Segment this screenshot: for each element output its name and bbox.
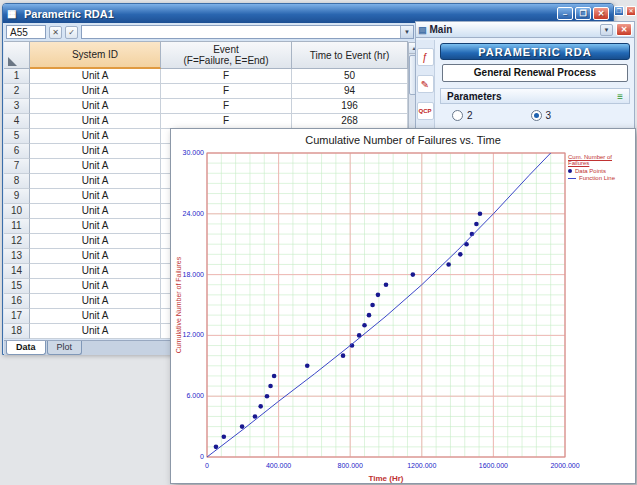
panel-header-main[interactable]: ▤ Main ▼ ✕ — [416, 22, 634, 38]
failure-data-tool-icon[interactable]: ƒ — [417, 48, 434, 66]
cell-system-id[interactable]: Unit A — [30, 324, 161, 339]
formula-combo[interactable]: ▼ — [81, 25, 414, 39]
parametric-rda-banner: PARAMETRIC RDA — [440, 43, 630, 60]
cell-system-id[interactable]: Unit A — [30, 129, 161, 144]
cell-time[interactable]: 50 — [292, 69, 408, 84]
row-number[interactable]: 9 — [4, 189, 30, 204]
close-button[interactable]: ✕ — [593, 7, 609, 20]
failures-vs-time-plot: 0400.000800.0001200.0001600.0002000.0000… — [171, 129, 637, 485]
column-header-label: System ID — [72, 49, 118, 60]
cell-system-id[interactable]: Unit A — [30, 309, 161, 324]
cell-time[interactable]: 196 — [292, 99, 408, 114]
row-number[interactable]: 14 — [4, 264, 30, 279]
cell-system-id[interactable]: Unit A — [30, 279, 161, 294]
green-lines-icon: ≡ — [617, 91, 623, 102]
row-number[interactable]: 2 — [4, 84, 30, 99]
svg-text:0: 0 — [200, 453, 204, 460]
table-row: 1Unit AF50 — [4, 69, 408, 84]
row-number[interactable]: 15 — [4, 279, 30, 294]
panel-close-icon[interactable]: ✕ — [616, 23, 632, 36]
row-number[interactable]: 6 — [4, 144, 30, 159]
row-number[interactable]: 10 — [4, 204, 30, 219]
cell-system-id[interactable]: Unit A — [30, 174, 161, 189]
column-header-event[interactable]: Event (F=Failure, E=End) — [161, 41, 292, 69]
svg-text:1600.000: 1600.000 — [479, 462, 508, 469]
legend-item-label: Function Line — [579, 175, 615, 181]
cell-system-id[interactable]: Unit A — [30, 159, 161, 174]
row-number[interactable]: 13 — [4, 249, 30, 264]
outer-close-button[interactable]: ✕ — [626, 6, 636, 16]
cell-event[interactable]: F — [161, 84, 292, 99]
column-header-label: Event — [213, 44, 239, 55]
cell-system-id[interactable]: Unit A — [30, 234, 161, 249]
legend-item-label: Data Points — [575, 168, 606, 174]
column-header-system-id[interactable]: System ID — [30, 41, 161, 69]
row-number[interactable]: 5 — [4, 129, 30, 144]
select-all-corner[interactable] — [4, 41, 30, 69]
svg-text:1200.000: 1200.000 — [407, 462, 436, 469]
sheet-icon: ▦ — [7, 8, 20, 20]
cell-system-id[interactable]: Unit A — [30, 69, 161, 84]
cell-reference-box[interactable]: A55 — [6, 25, 46, 39]
accept-entry-button[interactable]: ✓ — [65, 26, 78, 39]
panel-header-label: Main — [430, 24, 453, 35]
svg-text:2000.000: 2000.000 — [550, 462, 579, 469]
row-number[interactable]: 12 — [4, 234, 30, 249]
cancel-entry-button[interactable]: ✕ — [49, 26, 62, 39]
cell-system-id[interactable]: Unit A — [30, 204, 161, 219]
cell-system-id[interactable]: Unit A — [30, 114, 161, 129]
sheet-tab-plot[interactable]: Plot — [47, 341, 83, 355]
cell-system-id[interactable]: Unit A — [30, 84, 161, 99]
cell-system-id[interactable]: Unit A — [30, 264, 161, 279]
row-number[interactable]: 1 — [4, 69, 30, 84]
svg-text:6.000: 6.000 — [186, 392, 204, 399]
svg-text:18.000: 18.000 — [183, 271, 205, 278]
cell-system-id[interactable]: Unit A — [30, 144, 161, 159]
sheet-tabs: DataPlot — [6, 341, 83, 355]
table-row: 3Unit AF196 — [4, 99, 408, 114]
outer-window-buttons: ❐ ✕ — [614, 6, 636, 16]
row-number[interactable]: 18 — [4, 324, 30, 339]
general-renewal-process-button[interactable]: General Renewal Process — [442, 64, 628, 82]
cell-system-id[interactable]: Unit A — [30, 219, 161, 234]
radio-parameters-3[interactable]: 3 — [531, 110, 552, 121]
row-number[interactable]: 11 — [4, 219, 30, 234]
minimize-button[interactable]: – — [557, 7, 573, 20]
radio-circle-icon[interactable] — [531, 110, 542, 121]
column-header-time[interactable]: Time to Event (hr) — [292, 41, 408, 69]
parameters-section-header[interactable]: Parameters ≡ — [440, 88, 630, 104]
sheet-tab-data[interactable]: Data — [6, 341, 46, 355]
qcp-icon[interactable]: QCP — [417, 102, 434, 120]
cell-time[interactable]: 94 — [292, 84, 408, 99]
radio-circle-icon[interactable] — [452, 110, 463, 121]
plot-pencil-icon[interactable]: ✎ — [417, 75, 434, 93]
table-row: 2Unit AF94 — [4, 84, 408, 99]
chevron-down-icon[interactable]: ▼ — [600, 24, 613, 36]
cell-system-id[interactable]: Unit A — [30, 189, 161, 204]
plot-window[interactable]: 0400.000800.0001200.0001600.0002000.0000… — [170, 128, 636, 484]
parameters-radio-group: 23 — [452, 110, 632, 121]
corner-triangle-icon — [8, 57, 17, 66]
row-number[interactable]: 17 — [4, 309, 30, 324]
row-number[interactable]: 3 — [4, 99, 30, 114]
column-header-label2: (F=Failure, E=End) — [183, 55, 268, 66]
table-row: 4Unit AF268 — [4, 114, 408, 129]
chevron-down-icon[interactable]: ▼ — [400, 26, 413, 38]
parameters-label: Parameters — [447, 91, 501, 102]
maximize-button[interactable]: ❐ — [575, 7, 591, 20]
outer-restore-button[interactable]: ❐ — [614, 6, 624, 16]
cell-system-id[interactable]: Unit A — [30, 249, 161, 264]
cell-system-id[interactable]: Unit A — [30, 99, 161, 114]
cell-system-id[interactable]: Unit A — [30, 294, 161, 309]
svg-text:30.000: 30.000 — [183, 149, 205, 156]
cell-time[interactable]: 268 — [292, 114, 408, 129]
svg-text:800.000: 800.000 — [338, 462, 363, 469]
row-number[interactable]: 7 — [4, 159, 30, 174]
row-number[interactable]: 8 — [4, 174, 30, 189]
cell-event[interactable]: F — [161, 99, 292, 114]
radio-parameters-2[interactable]: 2 — [452, 110, 473, 121]
row-number[interactable]: 4 — [4, 114, 30, 129]
row-number[interactable]: 16 — [4, 294, 30, 309]
cell-event[interactable]: F — [161, 69, 292, 84]
cell-event[interactable]: F — [161, 114, 292, 129]
